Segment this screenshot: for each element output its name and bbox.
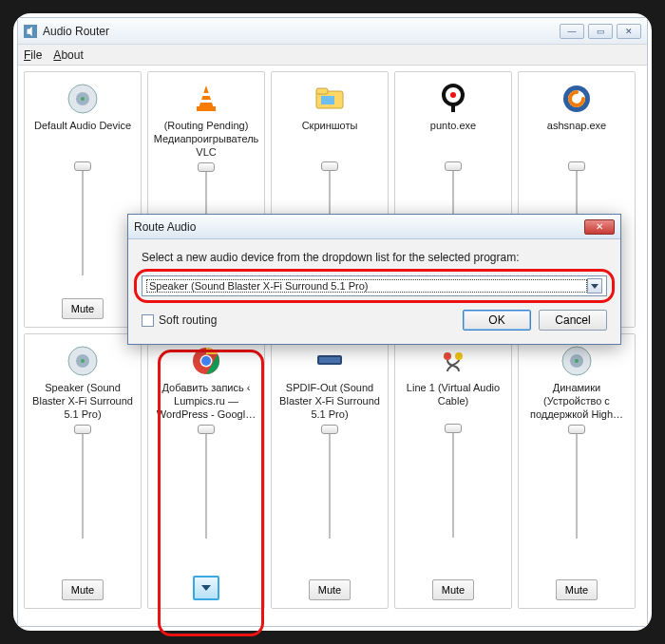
cancel-button[interactable]: Cancel: [539, 310, 607, 331]
tile-label: punto.exe: [430, 120, 476, 158]
menu-about[interactable]: About: [53, 48, 83, 62]
slider-thumb[interactable]: [568, 425, 585, 434]
svg-point-24: [455, 352, 463, 360]
device-dropdown[interactable]: Speaker (Sound Blaster X-Fi Surround 5.1…: [142, 275, 607, 296]
tile-label: ashsnap.exe: [547, 120, 606, 158]
volume-slider[interactable]: [321, 425, 338, 539]
sbs-icon: [313, 344, 347, 378]
tile-label: SPDIF-Out (Sound Blaster X-Fi Surround 5…: [276, 382, 384, 421]
device-tile[interactable]: Добавить запись ‹ Lumpics.ru — WordPress…: [147, 333, 265, 609]
punto-icon: [436, 82, 470, 116]
avast-icon: [560, 82, 594, 116]
tile-label: Скриншоты: [302, 120, 358, 158]
svg-rect-9: [321, 96, 334, 104]
speaker-icon: [66, 344, 100, 378]
svg-point-11: [450, 92, 456, 98]
dialog-instruction: Select a new audio device from the dropd…: [142, 251, 607, 264]
mute-button[interactable]: Mute: [62, 298, 104, 319]
tile-label: Добавить запись ‹ Lumpics.ru — WordPress…: [152, 382, 260, 421]
dialog-close-button[interactable]: ✕: [584, 219, 615, 235]
volume-slider[interactable]: [74, 425, 91, 539]
svg-rect-12: [451, 103, 455, 112]
slider-thumb[interactable]: [445, 424, 462, 433]
soft-routing-label: Soft routing: [159, 313, 217, 327]
tile-label: Line 1 (Virtual Audio Cable): [399, 382, 507, 420]
content-area: Default Audio DeviceMute(Routing Pending…: [18, 66, 647, 626]
chevron-down-icon[interactable]: [587, 278, 602, 294]
ok-button[interactable]: OK: [463, 310, 531, 331]
slider-thumb[interactable]: [198, 425, 215, 434]
mute-button[interactable]: Mute: [309, 579, 351, 600]
chrome-icon: [189, 344, 223, 378]
mute-button[interactable]: Mute: [556, 579, 598, 600]
menubar: File About: [18, 45, 647, 66]
vlc-icon: [189, 82, 223, 116]
folder-icon: [313, 82, 347, 116]
svg-point-27: [575, 359, 579, 363]
tile-label: Default Audio Device: [34, 120, 131, 158]
soft-routing-checkbox[interactable]: [142, 314, 154, 327]
minimize-button[interactable]: —: [560, 24, 584, 39]
svg-rect-5: [201, 93, 211, 96]
tile-dropdown-button[interactable]: [193, 576, 219, 600]
svg-rect-6: [200, 100, 213, 103]
svg-rect-22: [319, 357, 340, 363]
maximize-button[interactable]: ▭: [588, 24, 613, 39]
dialog-titlebar: Route Audio ✕: [128, 215, 620, 239]
speaker-icon: [560, 344, 594, 378]
cable-icon: [436, 344, 470, 378]
device-tile[interactable]: Default Audio DeviceMute: [24, 71, 142, 328]
app-icon: [24, 25, 37, 38]
device-tile[interactable]: Speaker (Sound Blaster X-Fi Surround 5.1…: [24, 333, 142, 609]
speaker-icon: [66, 82, 100, 116]
slider-thumb[interactable]: [198, 162, 215, 172]
svg-point-20: [201, 356, 211, 366]
tile-label: Динамики (Устройство с поддержкой High…: [522, 382, 631, 421]
menu-file[interactable]: File: [24, 48, 42, 62]
slider-thumb[interactable]: [321, 161, 338, 171]
volume-slider[interactable]: [198, 425, 215, 539]
svg-point-3: [81, 97, 85, 101]
dialog-title: Route Audio: [134, 220, 584, 234]
svg-point-23: [444, 352, 451, 360]
mute-button[interactable]: Mute: [432, 579, 474, 600]
titlebar: Audio Router — ▭ ✕: [18, 18, 647, 45]
svg-point-17: [81, 359, 85, 363]
device-tile[interactable]: SPDIF-Out (Sound Blaster X-Fi Surround 5…: [271, 333, 389, 609]
device-tile[interactable]: Line 1 (Virtual Audio Cable)Mute: [394, 333, 512, 609]
svg-rect-8: [316, 88, 328, 94]
slider-thumb[interactable]: [568, 161, 585, 171]
mute-button[interactable]: Mute: [62, 579, 104, 600]
svg-rect-4: [197, 106, 216, 111]
volume-slider[interactable]: [568, 425, 585, 539]
volume-slider[interactable]: [74, 161, 91, 275]
tile-label: (Routing Pending) Медиапроигрыватель VLC: [152, 120, 260, 159]
route-audio-dialog: Route Audio ✕ Select a new audio device …: [127, 214, 621, 345]
close-button[interactable]: ✕: [617, 24, 641, 39]
slider-thumb[interactable]: [445, 161, 462, 171]
tile-label: Speaker (Sound Blaster X-Fi Surround 5.1…: [28, 382, 137, 421]
slider-thumb[interactable]: [74, 425, 91, 434]
device-tile[interactable]: Динамики (Устройство с поддержкой High…M…: [518, 333, 636, 609]
slider-thumb[interactable]: [321, 425, 338, 434]
device-dropdown-value: Speaker (Sound Blaster X-Fi Surround 5.1…: [146, 279, 587, 293]
window-title: Audio Router: [43, 25, 560, 38]
slider-thumb[interactable]: [74, 161, 91, 171]
volume-slider[interactable]: [445, 424, 462, 538]
